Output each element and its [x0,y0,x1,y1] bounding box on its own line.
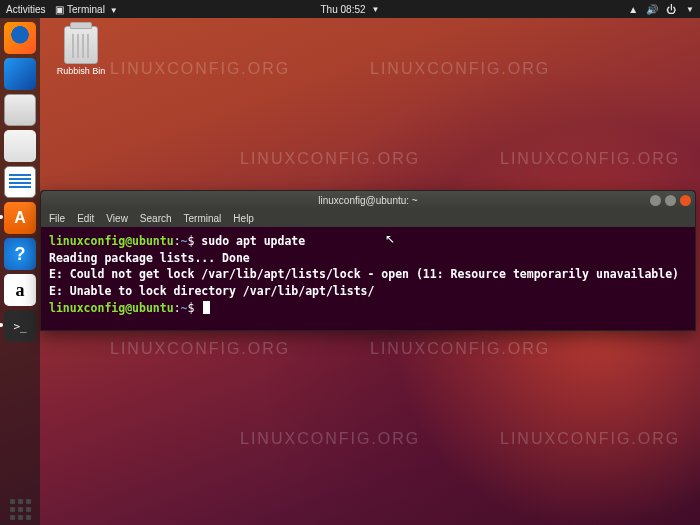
chevron-down-icon: ▼ [372,5,380,14]
terminal-icon: ▣ [55,4,64,15]
watermark: LINUXCONFIG.ORG [240,150,420,168]
dock-firefox[interactable] [4,22,36,54]
volume-icon[interactable]: 🔊 [646,4,658,15]
watermark: LINUXCONFIG.ORG [370,60,550,78]
activities-button[interactable]: Activities [6,4,45,15]
clock[interactable]: Thu 08:52 [321,4,366,15]
dock-help[interactable] [4,238,36,270]
menu-help[interactable]: Help [233,213,254,224]
watermark: LINUXCONFIG.ORG [240,430,420,448]
chevron-down-icon: ▼ [686,5,694,14]
watermark: LINUXCONFIG.ORG [500,430,680,448]
menu-terminal[interactable]: Terminal [184,213,222,224]
top-bar: Activities ▣ Terminal ▼ Thu 08:52 ▼ ▲ 🔊 … [0,0,700,18]
menu-edit[interactable]: Edit [77,213,94,224]
dock [0,18,40,525]
window-close-button[interactable] [680,195,691,206]
window-maximize-button[interactable] [665,195,676,206]
window-minimize-button[interactable] [650,195,661,206]
trash-icon [64,26,98,64]
app-menu[interactable]: ▣ Terminal ▼ [55,4,117,15]
dock-software[interactable] [4,202,36,234]
desktop-screen: Activities ▣ Terminal ▼ Thu 08:52 ▼ ▲ 🔊 … [0,0,700,525]
dock-rhythmbox[interactable] [4,130,36,162]
window-titlebar[interactable]: linuxconfig@ubuntu: ~ [41,191,695,209]
terminal-window: linuxconfig@ubuntu: ~ File Edit View Sea… [40,190,696,331]
dock-terminal[interactable] [4,310,36,342]
watermark: LINUXCONFIG.ORG [110,340,290,358]
show-applications-button[interactable] [4,493,36,525]
window-title: linuxconfig@ubuntu: ~ [318,195,417,206]
trash-desktop-icon[interactable]: Rubbish Bin [52,26,110,76]
dock-files[interactable] [4,94,36,126]
watermark: LINUXCONFIG.ORG [110,60,290,78]
app-menu-label: Terminal [67,4,105,15]
mouse-pointer-icon: ↖ [385,232,395,246]
system-tray[interactable]: ▲ 🔊 ⏻ ▼ [628,4,694,15]
terminal-body[interactable]: linuxconfig@ubuntu:~$ sudo apt update Re… [41,227,695,330]
chevron-down-icon: ▼ [110,6,118,15]
menu-search[interactable]: Search [140,213,172,224]
menu-view[interactable]: View [106,213,128,224]
terminal-menubar: File Edit View Search Terminal Help [41,209,695,227]
power-icon[interactable]: ⏻ [666,4,676,15]
network-icon[interactable]: ▲ [628,4,638,15]
watermark: LINUXCONFIG.ORG [500,150,680,168]
trash-label: Rubbish Bin [52,66,110,76]
watermark: LINUXCONFIG.ORG [370,340,550,358]
dock-writer[interactable] [4,166,36,198]
dock-thunderbird[interactable] [4,58,36,90]
dock-amazon[interactable] [4,274,36,306]
menu-file[interactable]: File [49,213,65,224]
